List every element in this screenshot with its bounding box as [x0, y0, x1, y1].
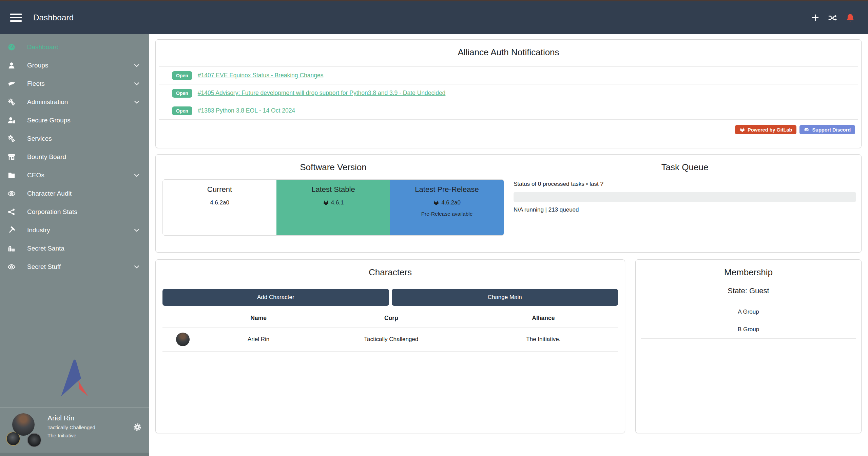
change-main-button[interactable]: Change Main: [392, 289, 618, 306]
folder-icon: [7, 171, 19, 179]
sidebar-item-label: Fleets: [27, 80, 45, 87]
column-header-alliance: Alliance: [469, 315, 618, 322]
version-current: Current 4.6.2a0: [163, 180, 276, 235]
characters-table-header: Name Corp Alliance: [162, 315, 618, 327]
character-name: Ariel Rin: [203, 336, 314, 343]
sidebar-item-label: Secret Stuff: [27, 263, 61, 271]
chevron-down-icon: [133, 98, 140, 106]
notification-link[interactable]: #1405 Advisory: Future development will …: [198, 90, 446, 97]
sidebar-item-ceos[interactable]: CEOs: [0, 166, 149, 184]
column-header-name: Name: [203, 315, 314, 322]
sidebar-item-secret-santa[interactable]: Secret Santa: [0, 239, 149, 258]
chevron-down-icon: [133, 263, 140, 271]
membership-state: State: Guest: [636, 286, 861, 295]
gitlab-badge[interactable]: Powered by GitLab: [735, 125, 796, 134]
chevron-down-icon: [133, 80, 140, 87]
software-version-title: Software Version: [162, 162, 504, 173]
user-icon: [7, 61, 19, 70]
sidebar-item-label: Bounty Board: [27, 153, 66, 161]
character-portrait: [12, 413, 35, 436]
sidebar-item-label: Secret Santa: [27, 245, 64, 252]
gitlab-icon: [739, 127, 745, 133]
sidebar: Dashboard Groups Fleets Admin: [0, 34, 149, 456]
gitlab-icon: [433, 200, 439, 206]
status-badge: Open: [172, 71, 192, 80]
version-prerelease: Latest Pre-Release 4.6.2a0 Pre-Release a…: [390, 180, 504, 235]
sidebar-item-secure-groups[interactable]: Secure Groups: [0, 111, 149, 130]
version-stable-value: 4.6.1: [331, 199, 344, 206]
task-queue-counts: N/A running | 213 queued: [514, 206, 856, 213]
membership-panel: Membership State: Guest A Group B Group: [635, 259, 862, 433]
alliance-logo-badge: [27, 433, 41, 447]
version-prerelease-label: Latest Pre-Release: [390, 185, 504, 194]
characters-title: Characters: [156, 267, 625, 278]
version-stable-label: Latest Stable: [276, 185, 390, 194]
sidebar-item-groups[interactable]: Groups: [0, 56, 149, 75]
version-prerelease-note: Pre-Release available: [390, 211, 504, 217]
characters-panel: Characters Add Character Change Main Nam…: [155, 259, 625, 433]
column-header-corp: Corp: [314, 315, 469, 322]
character-corp: Tactically Challenged: [314, 336, 469, 343]
discord-icon: [804, 127, 810, 133]
sidebar-item-services[interactable]: Services: [0, 130, 149, 148]
gears-icon: [7, 135, 19, 143]
gitlab-icon: [323, 200, 329, 206]
discord-badge[interactable]: Support Discord: [799, 125, 855, 134]
sidebar-item-secret-stuff[interactable]: Secret Stuff: [0, 258, 149, 276]
eye-icon: [7, 190, 19, 198]
version-current-label: Current: [163, 185, 276, 194]
notifications-panel: Alliance Auth Notifications Open #1407 E…: [155, 39, 862, 148]
menu-icon[interactable]: [10, 14, 22, 22]
user-panel: Ariel Rin Tactically Challenged The Init…: [0, 408, 149, 453]
chevron-down-icon: [133, 62, 140, 69]
page-title: Dashboard: [33, 13, 74, 22]
sidebar-item-administration[interactable]: Administration: [0, 93, 149, 111]
sidebar-item-dashboard[interactable]: Dashboard: [0, 38, 149, 56]
notification-row: Open #1383 Python 3.8 EOL - 14 Oct 2024: [159, 102, 858, 119]
version-stable: Latest Stable 4.6.1: [276, 180, 390, 235]
sidebar-item-corporation-stats[interactable]: Corporation Stats: [0, 203, 149, 221]
sidebar-item-industry[interactable]: Industry: [0, 221, 149, 239]
notification-link[interactable]: #1407 EVE Equinox Status - Breaking Chan…: [198, 72, 324, 79]
gear-icon[interactable]: [133, 423, 142, 432]
sidebar-footer-strip: [0, 453, 149, 456]
avatar: [6, 413, 44, 448]
bell-icon[interactable]: [845, 13, 855, 23]
sidebar-item-label: Administration: [27, 98, 68, 106]
sidebar-item-label: Dashboard: [27, 43, 59, 51]
rocket-icon: [7, 80, 19, 88]
hammer-icon: [7, 226, 19, 234]
sidebar-item-label: Groups: [27, 62, 48, 69]
sidebar-item-label: Character Audit: [27, 190, 72, 197]
user-lock-icon: [7, 116, 19, 124]
shuffle-icon[interactable]: [828, 13, 837, 22]
chevron-down-icon: [133, 226, 140, 234]
task-queue-section: Task Queue Status of 0 processed tasks •…: [508, 155, 861, 252]
sidebar-item-fleets[interactable]: Fleets: [0, 75, 149, 93]
software-version-section: Software Version Current 4.6.2a0 Latest …: [156, 155, 508, 252]
sidebar-item-label: Corporation Stats: [27, 208, 77, 216]
task-queue-status: Status of 0 processed tasks • last ?: [514, 181, 856, 187]
discord-badge-label: Support Discord: [812, 127, 851, 133]
version-current-value: 4.6.2a0: [210, 199, 229, 206]
table-row: Ariel Rin Tactically Challenged The Init…: [162, 327, 618, 352]
sidebar-item-character-audit[interactable]: Character Audit: [0, 184, 149, 203]
plus-icon[interactable]: [811, 13, 820, 22]
share-icon: [7, 208, 19, 216]
main-content: Alliance Auth Notifications Open #1407 E…: [149, 34, 868, 456]
sidebar-item-bounty-board[interactable]: Bounty Board: [0, 148, 149, 166]
membership-title: Membership: [636, 267, 861, 278]
alliance-auth-logo: [0, 358, 149, 408]
eye-icon: [7, 263, 19, 271]
version-taskqueue-panel: Software Version Current 4.6.2a0 Latest …: [155, 154, 862, 253]
status-badge: Open: [172, 89, 192, 98]
notification-link[interactable]: #1383 Python 3.8 EOL - 14 Oct 2024: [198, 107, 295, 114]
add-character-button[interactable]: Add Character: [162, 289, 389, 306]
navbar: Dashboard: [0, 1, 868, 34]
user-corp: Tactically Challenged: [47, 424, 95, 430]
list-item: B Group: [641, 321, 856, 339]
gauge-icon: [7, 43, 19, 51]
status-badge: Open: [172, 106, 192, 115]
version-prerelease-value: 4.6.2a0: [441, 199, 461, 206]
gifts-icon: [7, 244, 19, 253]
